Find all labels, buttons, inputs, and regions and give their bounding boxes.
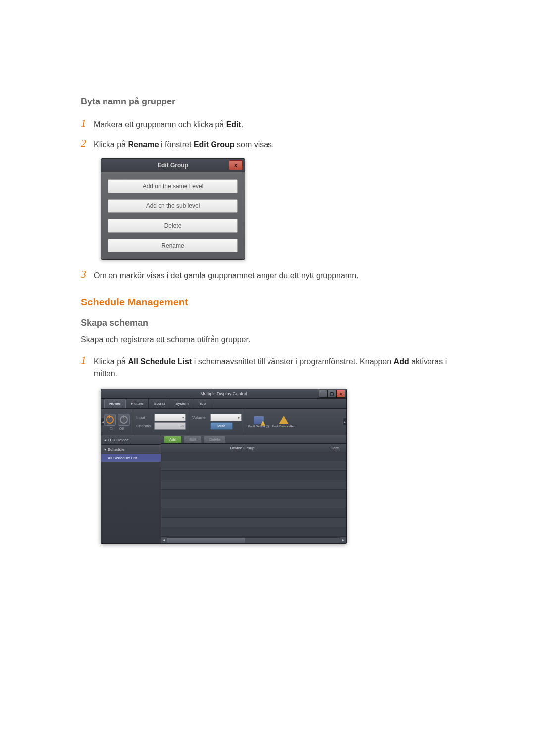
ribbon-collapse-left-icon[interactable]: ◂ xyxy=(101,418,104,425)
scroll-left-icon[interactable]: ◂ xyxy=(161,537,167,543)
app-main: ◂ LFD Device ▾ Schedule All Schedule Lis… xyxy=(101,435,346,543)
tab-home[interactable]: Home xyxy=(104,399,126,408)
add-sub-level-button[interactable]: Add on the sub level xyxy=(108,199,238,213)
fault-device-label: Fault Device (0) xyxy=(248,425,269,428)
power-on-icon xyxy=(106,416,114,424)
power-off-icon xyxy=(120,416,128,424)
step-text: Klicka på Rename i fönstret Edit Group s… xyxy=(94,137,274,151)
bold: Edit Group xyxy=(194,140,235,149)
chevron-right-icon: ◂ xyxy=(104,438,106,442)
channel-select[interactable]: ▵▿ xyxy=(154,422,186,430)
edit-group-dialog-figure: Edit Group x Add on the same Level Add o… xyxy=(101,158,457,260)
table-row xyxy=(161,452,346,461)
channel-label: Channel xyxy=(136,424,152,428)
ribbon-collapse-right-icon[interactable]: ▸ xyxy=(343,418,346,425)
step-text: Om en markör visas i det gamla gruppnamn… xyxy=(94,268,359,282)
close-icon[interactable]: x xyxy=(229,160,243,170)
bold: Edit xyxy=(226,120,241,129)
ribbon: ◂ On Off Input ▾ xyxy=(101,409,346,435)
mute-button[interactable]: Mute xyxy=(210,422,233,430)
scroll-right-icon[interactable]: ▸ xyxy=(340,537,346,543)
horizontal-scrollbar[interactable]: ◂ ▸ xyxy=(161,537,346,543)
step-2: 2 Klicka på Rename i fönstret Edit Group… xyxy=(81,137,457,151)
col-date: Date xyxy=(323,446,346,450)
tab-picture[interactable]: Picture xyxy=(126,399,149,408)
sidebar-section-schedule[interactable]: ▾ Schedule xyxy=(101,445,160,454)
dialog-title: Edit Group xyxy=(158,162,188,169)
dialog-body: Add on the same Level Add on the sub lev… xyxy=(101,172,245,254)
edit-group-dialog: Edit Group x Add on the same Level Add o… xyxy=(101,158,245,260)
power-on-button[interactable] xyxy=(104,414,116,426)
table-row xyxy=(161,518,346,527)
on-label: On xyxy=(110,427,114,430)
table-row xyxy=(161,490,346,499)
heading-schedule-management: Schedule Management xyxy=(81,297,457,308)
minimize-icon[interactable]: — xyxy=(319,390,327,398)
content-area: Add Edit Delete Device Group Date xyxy=(161,435,346,543)
text: Klicka på xyxy=(94,357,128,366)
sidebar: ◂ LFD Device ▾ Schedule All Schedule Lis… xyxy=(101,435,161,543)
scroll-track[interactable] xyxy=(167,538,340,543)
text: . xyxy=(241,120,243,129)
input-select[interactable]: ▾ xyxy=(154,414,186,421)
add-button[interactable]: Add xyxy=(164,436,182,443)
table-row xyxy=(161,527,346,537)
step-1: 1 Klicka på All Schedule List i schemaav… xyxy=(81,354,457,380)
table-row xyxy=(161,461,346,471)
sidebar-empty xyxy=(101,462,160,543)
table-body xyxy=(161,452,346,537)
step-text: Klicka på All Schedule List i schemaavsn… xyxy=(94,354,457,380)
text: i schemaavsnittet till vänster i program… xyxy=(192,357,393,366)
table-row xyxy=(161,480,346,490)
fault-device-icon[interactable] xyxy=(254,416,264,424)
bold: Add xyxy=(394,357,409,366)
maximize-icon[interactable]: ▢ xyxy=(327,390,336,398)
step-3: 3 Om en markör visas i det gamla gruppna… xyxy=(81,268,457,282)
mdc-window: Multiple Display Control — ▢ x Home Pict… xyxy=(101,389,347,544)
power-off-button[interactable] xyxy=(118,414,130,426)
table-row xyxy=(161,499,346,508)
rename-steps-cont: 3 Om en markör visas i det gamla gruppna… xyxy=(81,268,457,282)
bold: Rename xyxy=(128,140,159,149)
chevron-down-icon: ▾ xyxy=(104,447,106,452)
input-label: Input xyxy=(136,415,152,420)
delete-button[interactable]: Delete xyxy=(108,219,238,233)
col-device-group: Device Group xyxy=(161,446,323,450)
app-screenshot-figure: Multiple Display Control — ▢ x Home Pict… xyxy=(101,389,457,544)
text: Markera ett gruppnamn och klicka på xyxy=(94,120,226,129)
rename-steps: 1 Markera ett gruppnamn och klicka på Ed… xyxy=(81,117,457,151)
scroll-thumb[interactable] xyxy=(167,538,245,543)
fault-alert-icon[interactable] xyxy=(279,416,289,424)
volume-label: Volume xyxy=(192,415,208,420)
sidebar-item-all-schedule-list[interactable]: All Schedule List xyxy=(101,454,160,462)
add-same-level-button[interactable]: Add on the same Level xyxy=(108,179,238,193)
step-text: Markera ett gruppnamn och klicka på Edit… xyxy=(94,117,243,131)
text: i fönstret xyxy=(159,140,194,149)
table-header: Device Group Date xyxy=(161,444,346,452)
action-toolbar: Add Edit Delete xyxy=(161,435,346,444)
bold: All Schedule List xyxy=(128,357,192,366)
text: Klicka på xyxy=(94,140,128,149)
app-titlebar: Multiple Display Control — ▢ x xyxy=(101,389,346,399)
dialog-titlebar: Edit Group x xyxy=(101,159,245,172)
delete-schedule-button[interactable]: Delete xyxy=(204,436,226,443)
sidebar-item-label: Schedule xyxy=(108,447,124,452)
step-number: 1 xyxy=(81,117,94,130)
app-title: Multiple Display Control xyxy=(200,391,247,396)
sidebar-section-lfd[interactable]: ◂ LFD Device xyxy=(101,435,160,445)
tab-bar: Home Picture Sound System Tool ? xyxy=(101,399,346,409)
volume-select[interactable]: ▸ xyxy=(210,414,242,421)
step-number: 2 xyxy=(81,137,94,150)
window-controls: — ▢ x xyxy=(319,390,345,398)
rename-button[interactable]: Rename xyxy=(108,239,238,252)
heading-rename-groups: Byta namn på grupper xyxy=(81,97,457,107)
edit-button[interactable]: Edit xyxy=(184,436,202,443)
tab-sound[interactable]: Sound xyxy=(149,399,170,408)
step-1: 1 Markera ett gruppnamn och klicka på Ed… xyxy=(81,117,457,131)
step-number: 1 xyxy=(81,354,94,367)
close-icon[interactable]: x xyxy=(336,390,345,398)
tab-tool[interactable]: Tool xyxy=(194,399,212,408)
fault-alert-label: Fault Device Alert xyxy=(272,425,295,428)
heading-create-schedules: Skapa scheman xyxy=(81,318,457,328)
tab-system[interactable]: System xyxy=(170,399,194,408)
